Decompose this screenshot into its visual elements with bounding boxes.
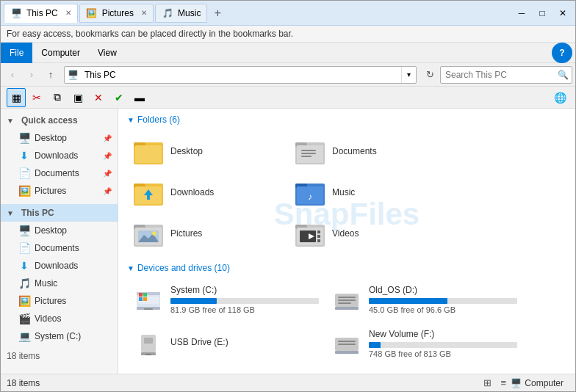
drive-e-icon <box>134 329 163 358</box>
ribbon-copy[interactable]: ⧉ <box>48 88 67 107</box>
ribbon: ▦ ✂ ⧉ ▣ ✕ ✔ ▬ 🌐 <box>1 87 575 109</box>
drive-d-icon <box>332 285 361 314</box>
svg-rect-48 <box>145 354 151 355</box>
tab-pictures[interactable]: 🖼️ Pictures ✕ <box>79 4 154 23</box>
sidebar-this-pc-header[interactable]: ▼ This PC <box>1 204 118 222</box>
search-icon[interactable]: 🔍 <box>554 66 572 84</box>
sidebar-item-downloads[interactable]: ⬇ Downloads <box>1 257 118 275</box>
sidebar-item-music-label: Music <box>35 278 57 288</box>
ribbon-rename[interactable]: ▬ <box>130 88 149 107</box>
folder-videos-label: Videos <box>332 228 359 239</box>
drive-f-free: 748 GB free of 813 GB <box>369 349 517 358</box>
folder-item-documents[interactable]: Documents <box>289 131 450 172</box>
drive-item-c[interactable]: System (C:) 81.9 GB free of 118 GB <box>127 279 325 320</box>
pictures-qa-icon: 🖼️ <box>18 185 30 197</box>
address-dropdown[interactable]: ▾ <box>401 66 416 84</box>
folder-item-desktop[interactable]: Desktop <box>127 131 289 172</box>
sidebar-item-pictures[interactable]: 🖼️ Pictures <box>1 292 118 310</box>
drive-item-d[interactable]: Old_OS (D:) 45.0 GB free of 96.6 GB <box>325 279 524 320</box>
system-c-icon: 💻 <box>18 330 30 342</box>
drives-section-label: Devices and drives (10) <box>137 263 230 273</box>
window-controls: ─ □ ✕ <box>512 4 572 23</box>
back-button[interactable]: ‹ <box>4 66 21 84</box>
svg-rect-37 <box>143 297 147 301</box>
drive-item-e[interactable]: USB Drive (E:) <box>127 323 325 364</box>
svg-rect-42 <box>338 300 356 301</box>
menu-view[interactable]: View <box>89 43 126 63</box>
maximize-button[interactable]: □ <box>533 4 552 23</box>
pictures-tab-close[interactable]: ✕ <box>141 9 147 17</box>
sidebar-item-documents[interactable]: 📄 Documents <box>1 239 118 257</box>
drive-c-free: 81.9 GB free of 118 GB <box>170 305 319 314</box>
svg-rect-52 <box>335 351 359 354</box>
sidebar-item-desktop-qa[interactable]: 🖥️ Desktop 📌 <box>1 129 118 147</box>
ribbon-cut[interactable]: ✂ <box>27 88 46 107</box>
sidebar-item-desktop-qa-label: Desktop <box>35 133 67 143</box>
refresh-button[interactable]: ↻ <box>421 66 439 84</box>
minimize-button[interactable]: ─ <box>512 4 531 23</box>
folders-section-header[interactable]: ▼ Folders (6) <box>118 109 575 128</box>
close-button[interactable]: ✕ <box>553 4 572 23</box>
sidebar-item-system-c[interactable]: 💻 System (C:) <box>1 327 118 345</box>
sidebar-item-downloads-qa[interactable]: ⬇ Downloads 📌 <box>1 147 118 164</box>
folder-item-downloads[interactable]: Downloads <box>127 172 289 213</box>
address-bar-text: This PC <box>82 70 401 80</box>
ribbon-paste[interactable]: ▣ <box>68 88 87 107</box>
menu-computer[interactable]: Computer <box>32 43 89 63</box>
folder-item-videos[interactable]: Videos <box>289 213 450 254</box>
drives-section-header[interactable]: ▼ Devices and drives (10) <box>118 257 575 276</box>
status-large-icons-btn[interactable]: ⊞ <box>480 376 494 391</box>
sidebar-item-documents-qa[interactable]: 📄 Documents 📌 <box>1 164 118 182</box>
music-icon: 🎵 <box>18 277 30 289</box>
status-list-btn[interactable]: ≡ <box>496 376 511 391</box>
sidebar-item-pictures-qa[interactable]: 🖼️ Pictures 📌 <box>1 182 118 200</box>
svg-rect-39 <box>144 308 153 310</box>
add-tab-button[interactable]: + <box>209 4 226 22</box>
menu-help[interactable]: ? <box>552 43 572 63</box>
status-pc-icon: 🖥️ <box>511 378 522 388</box>
menu-file[interactable]: File <box>1 43 32 63</box>
this-pc-tab-close[interactable]: ✕ <box>65 9 71 17</box>
sidebar-item-documents-qa-label: Documents <box>35 168 79 178</box>
sidebar-item-desktop[interactable]: 🖥️ Desktop <box>1 222 118 239</box>
search-input[interactable] <box>441 70 554 80</box>
drive-c-icon <box>134 285 163 314</box>
ribbon-check[interactable]: ✔ <box>109 88 129 107</box>
folders-grid: Desktop Documents <box>118 128 575 257</box>
downloads-qa-icon: ⬇ <box>18 150 30 161</box>
sidebar-item-music[interactable]: 🎵 Music <box>1 275 118 292</box>
drive-c-bar-bg <box>170 298 319 304</box>
drives-chevron: ▼ <box>127 264 134 272</box>
forward-button[interactable]: › <box>23 66 40 84</box>
folder-item-pictures[interactable]: Pictures <box>127 213 289 254</box>
toolbar: ‹ › ↑ 🖥️ This PC ▾ ↻ 🔍 <box>1 63 575 87</box>
drive-item-f[interactable]: New Volume (F:) 748 GB free of 813 GB <box>325 323 524 364</box>
content-area: ▼ Quick access 🖥️ Desktop 📌 ⬇ Downloads … <box>1 109 575 374</box>
drive-d-bar-bg <box>369 298 517 304</box>
main-panel: SnapFiles ▼ Folders (6) Desktop <box>118 109 575 374</box>
status-bar: 18 items ⊞ ≡ 🖥️ Computer <box>1 374 575 391</box>
sidebar-item-videos[interactable]: 🎬 Videos <box>1 310 118 327</box>
folder-downloads-label: Downloads <box>170 187 214 197</box>
drives-grid: System (C:) 81.9 GB free of 118 GB <box>118 276 575 370</box>
folder-documents-label: Documents <box>332 146 377 156</box>
ribbon-globe[interactable]: 🌐 <box>550 88 569 107</box>
svg-rect-46 <box>144 338 153 344</box>
search-box[interactable]: 🔍 <box>440 66 572 84</box>
svg-rect-41 <box>338 297 356 298</box>
ribbon-delete[interactable]: ✕ <box>89 88 108 107</box>
sidebar-item-videos-label: Videos <box>35 313 61 324</box>
up-button[interactable]: ↑ <box>42 66 60 84</box>
sidebar-quick-access-header[interactable]: ▼ Quick access <box>1 112 118 129</box>
svg-rect-51 <box>338 344 356 345</box>
address-bar[interactable]: 🖥️ This PC ▾ <box>64 66 417 84</box>
sidebar-item-system-c-label: System (C:) <box>35 331 81 341</box>
svg-rect-8 <box>301 156 312 157</box>
folder-item-music[interactable]: ♪ Music <box>289 172 450 213</box>
tab-music[interactable]: 🎵 Music <box>155 4 207 23</box>
sidebar-quick-access-label: Quick access <box>21 115 78 126</box>
status-right: ⊞ ≡ <box>480 376 511 391</box>
tab-this-pc[interactable]: 🖥️ This PC ✕ <box>4 4 78 23</box>
ribbon-large-icons[interactable]: ▦ <box>7 88 26 107</box>
drive-c-info: System (C:) 81.9 GB free of 118 GB <box>170 285 319 314</box>
